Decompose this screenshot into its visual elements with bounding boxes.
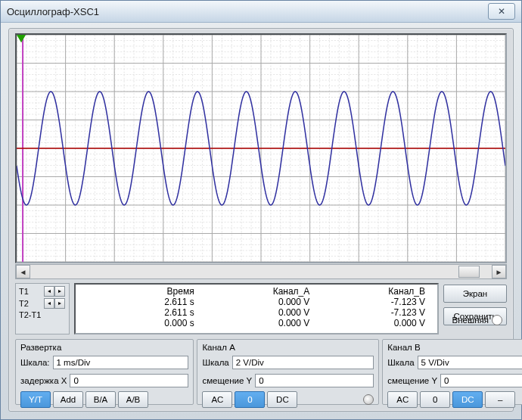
chan-b-invert-button[interactable]: – <box>485 391 515 408</box>
channel-a-panel: Канал A Шкала смещение Y AC 0 DC <box>197 339 379 405</box>
t2-left-button[interactable]: ◂ <box>44 298 54 309</box>
table-row: 0.000 s 0.000 V 0.000 V <box>83 318 430 328</box>
chan-b-offset-label: смещение Y <box>387 376 437 385</box>
timebase-delay-input[interactable] <box>70 374 188 387</box>
cursor-t2-label: T2 <box>19 299 42 308</box>
close-icon: ✕ <box>498 6 505 17</box>
scroll-right-button[interactable]: ► <box>492 265 506 278</box>
control-panels: Развертка Шкала: задержка X Y/T Add B/A … <box>15 339 507 405</box>
close-button[interactable]: ✕ <box>488 3 515 20</box>
scope-display[interactable] <box>15 33 507 263</box>
mode-add-button[interactable]: Add <box>53 391 83 408</box>
chan-a-dc-button[interactable]: DC <box>267 391 297 408</box>
radio-icon <box>492 315 502 325</box>
table-row: 2.611 s 0.000 V -7.123 V <box>83 297 430 307</box>
t1-left-button[interactable]: ◂ <box>44 286 54 297</box>
table-header-row: Время Канал_A Канал_B <box>83 286 430 297</box>
col-time: Время <box>83 286 199 297</box>
chan-a-scale-label: Шкала <box>202 358 228 367</box>
oscilloscope-window: Осциллограф-XSC1 ✕ ◄ ► T1 ◂▸ T2 ◂ <box>0 0 522 420</box>
mode-yt-button[interactable]: Y/T <box>20 391 51 408</box>
timebase-scale-label: Шкала: <box>20 358 50 367</box>
chan-a-title: Канал A <box>202 343 374 352</box>
external-label: Внешняя <box>452 316 489 325</box>
chan-a-offset-input[interactable] <box>255 374 374 387</box>
scroll-track[interactable] <box>30 266 492 278</box>
chan-b-title: Канал B <box>387 343 522 352</box>
cursor-dt-label: T2-T1 <box>19 310 42 319</box>
chan-a-offset-label: смещение Y <box>202 376 252 385</box>
chan-b-scale-label: Шкала <box>387 358 414 367</box>
title-bar[interactable]: Осциллограф-XSC1 ✕ <box>1 1 521 23</box>
chan-a-zero-button[interactable]: 0 <box>235 391 265 408</box>
mode-ab-button[interactable]: A/B <box>118 391 148 408</box>
chan-a-scale-input[interactable] <box>232 356 374 369</box>
timebase-panel: Развертка Шкала: задержка X Y/T Add B/A … <box>15 339 194 405</box>
mode-ba-button[interactable]: B/A <box>85 391 116 408</box>
table-row: 2.611 s 0.000 V -7.123 V <box>83 307 430 318</box>
scroll-left-button[interactable]: ◄ <box>16 265 30 278</box>
window-title: Осциллограф-XSC1 <box>7 6 488 17</box>
col-chA: Канал_A <box>199 286 315 297</box>
chan-b-ac-button[interactable]: AC <box>387 391 418 408</box>
scroll-thumb[interactable] <box>458 266 480 278</box>
chan-b-offset-input[interactable] <box>440 374 522 387</box>
col-chB: Канал_B <box>314 286 430 297</box>
t1-right-button[interactable]: ▸ <box>54 286 65 297</box>
chan-a-probe-dial[interactable] <box>363 394 374 405</box>
readout-area: T1 ◂▸ T2 ◂▸ T2-T1 Время Канал_A Канал_B <box>15 283 507 334</box>
t2-right-button[interactable]: ▸ <box>54 298 65 309</box>
chan-a-ac-button[interactable]: AC <box>202 391 232 408</box>
screen-button[interactable]: Экран <box>443 285 507 303</box>
timebase-title: Развертка <box>20 343 188 352</box>
chan-b-dc-button[interactable]: DC <box>452 391 483 408</box>
timebase-scale-input[interactable] <box>53 356 189 369</box>
cursor-controls: T1 ◂▸ T2 ◂▸ T2-T1 <box>15 283 70 334</box>
horizontal-scrollbar[interactable]: ◄ ► <box>15 264 507 279</box>
scope-canvas <box>17 35 505 262</box>
channel-b-panel: Канал B Шкала смещение Y AC 0 DC – <box>382 339 522 405</box>
external-trigger-option[interactable]: Внешняя <box>452 315 502 325</box>
timebase-delay-label: задержка X <box>20 376 67 385</box>
side-buttons: Экран Сохранить <box>443 283 507 334</box>
instrument-panel: ◄ ► T1 ◂▸ T2 ◂▸ T2-T1 <box>8 28 514 412</box>
cursor-t1-label: T1 <box>19 287 42 296</box>
chan-b-scale-input[interactable] <box>418 356 522 369</box>
measurement-table: Время Канал_A Канал_B 2.611 s 0.000 V -7… <box>74 283 439 334</box>
svg-marker-113 <box>17 35 26 42</box>
chan-b-zero-button[interactable]: 0 <box>420 391 450 408</box>
